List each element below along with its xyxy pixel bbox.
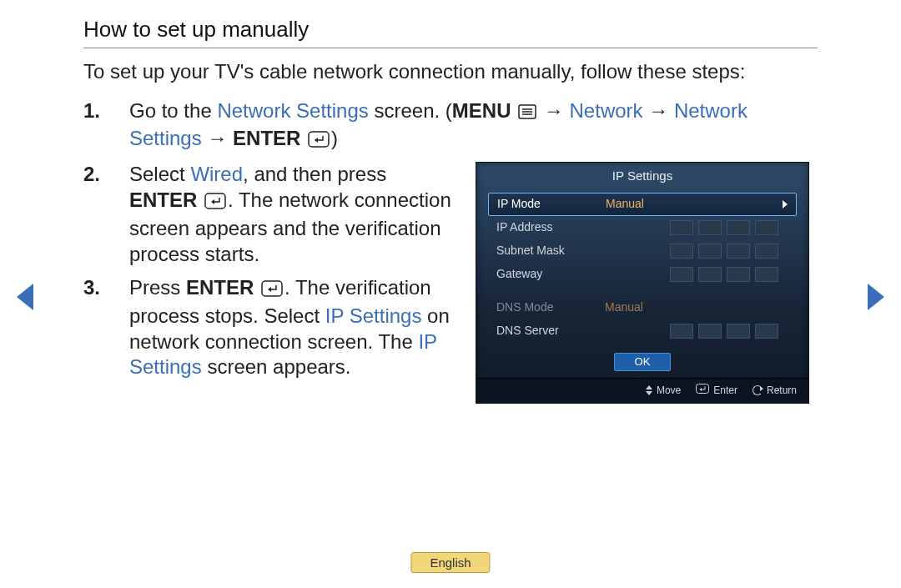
- menu-icon: [518, 100, 536, 126]
- link-text: Network: [570, 99, 643, 122]
- row-label: IP Address: [496, 220, 605, 235]
- enter-icon: [308, 128, 330, 154]
- footer-label: Enter: [713, 384, 737, 397]
- text: screen. (: [369, 99, 452, 122]
- step-number: 2.: [83, 162, 129, 267]
- language-badge: English: [410, 552, 490, 573]
- octet-fields: [670, 267, 788, 282]
- footer-label: Return: [767, 384, 797, 397]
- octet-field[interactable]: [755, 244, 778, 259]
- panel-title: IP Settings: [476, 163, 808, 192]
- octet-field[interactable]: [670, 220, 693, 235]
- link-text: IP Settings: [325, 304, 422, 327]
- octet-field[interactable]: [727, 267, 750, 282]
- ip-settings-panel: IP Settings IP Mode Manual IP Address: [476, 162, 809, 403]
- footer-return: Return: [753, 384, 797, 397]
- row-label: IP Mode: [497, 197, 606, 212]
- footer-move: Move: [644, 384, 681, 397]
- step-body: Press ENTER . The verification process s…: [129, 275, 459, 380]
- step-body: Go to the Network Settings screen. (MENU…: [129, 98, 818, 153]
- row-label: DNS Mode: [496, 300, 605, 315]
- octet-field[interactable]: [755, 220, 778, 235]
- panel-footer: Move Enter Return: [476, 378, 808, 402]
- subnet-row[interactable]: Subnet Mask: [488, 239, 797, 263]
- octet-field[interactable]: [755, 324, 778, 339]
- enter-icon: [696, 384, 709, 397]
- row-value: Manual: [605, 300, 697, 315]
- svg-rect-5: [205, 193, 225, 209]
- triangle-left-icon: [17, 284, 33, 310]
- list-item: 1. Go to the Network Settings screen. (M…: [83, 98, 818, 153]
- instruction-list: 1. Go to the Network Settings screen. (M…: [83, 98, 818, 404]
- link-text: Wired: [190, 163, 243, 185]
- text: ): [331, 127, 338, 149]
- ip-address-row[interactable]: IP Address: [488, 216, 797, 239]
- octet-field[interactable]: [698, 220, 722, 235]
- text: Select: [129, 163, 190, 185]
- footer-label: Move: [657, 384, 681, 397]
- row-value: Manual: [606, 197, 697, 212]
- triangle-right-icon: [868, 284, 884, 310]
- row-label: Subnet Mask: [496, 244, 605, 259]
- octet-field[interactable]: [727, 324, 750, 339]
- next-page-button[interactable]: [868, 284, 884, 310]
- enter-label: ENTER: [186, 276, 254, 299]
- enter-icon: [261, 278, 283, 304]
- arrow: →: [643, 99, 674, 122]
- list-item: 2. Select Wired, and then press ENTER . …: [83, 162, 459, 267]
- octet-field[interactable]: [698, 267, 722, 282]
- row-label: DNS Server: [496, 324, 605, 339]
- step-number: 3.: [83, 275, 129, 380]
- arrow: →: [544, 99, 570, 122]
- octet-fields: [670, 244, 788, 259]
- enter-label: ENTER: [233, 127, 300, 149]
- gateway-row[interactable]: Gateway: [488, 263, 797, 286]
- text: Press: [129, 276, 186, 299]
- octet-field[interactable]: [727, 220, 750, 235]
- svg-rect-7: [697, 384, 709, 394]
- intro-text: To set up your TV's cable network connec…: [83, 60, 818, 83]
- step-body: Select Wired, and then press ENTER . The…: [129, 162, 459, 267]
- chevron-right-icon: [783, 200, 788, 209]
- octet-field[interactable]: [755, 267, 778, 282]
- list-item: 3. Press ENTER . The verification proces…: [83, 275, 459, 380]
- octet-field[interactable]: [670, 324, 693, 339]
- arrow: →: [202, 127, 233, 149]
- octet-fields: [670, 324, 788, 339]
- footer-enter: Enter: [696, 384, 737, 397]
- prev-page-button[interactable]: [17, 284, 33, 310]
- enter-label: ENTER: [129, 188, 197, 211]
- ip-mode-row[interactable]: IP Mode Manual: [488, 193, 797, 216]
- text: Go to the: [129, 99, 217, 122]
- svg-rect-6: [262, 281, 282, 296]
- return-icon: [753, 385, 763, 395]
- dns-mode-row[interactable]: DNS Mode Manual: [488, 296, 797, 319]
- octet-field[interactable]: [670, 244, 693, 259]
- row-label: Gateway: [496, 267, 605, 282]
- svg-rect-4: [309, 132, 329, 147]
- ok-button[interactable]: OK: [614, 353, 672, 372]
- octet-fields: [670, 220, 788, 235]
- octet-field[interactable]: [670, 267, 693, 282]
- octet-field[interactable]: [727, 244, 750, 259]
- step-number: 1.: [83, 98, 129, 153]
- dns-server-row[interactable]: DNS Server: [488, 319, 797, 343]
- text: screen appears.: [202, 355, 351, 378]
- link-text: Network Settings: [217, 99, 368, 122]
- move-icon: [644, 386, 652, 395]
- text: , and then press: [243, 163, 386, 185]
- menu-label: MENU: [452, 99, 511, 122]
- octet-field[interactable]: [698, 244, 722, 259]
- section-title: How to set up manually: [83, 17, 818, 48]
- enter-icon: [204, 190, 226, 216]
- octet-field[interactable]: [698, 324, 722, 339]
